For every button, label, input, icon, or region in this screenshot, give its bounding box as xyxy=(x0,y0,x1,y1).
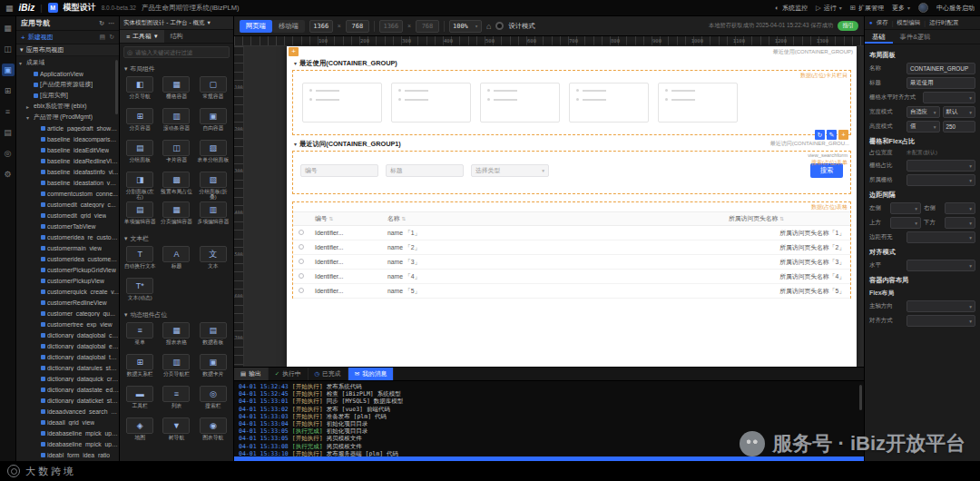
extensions-button[interactable]: ⊞扩展管理 xyxy=(850,4,884,13)
column-header[interactable]: 所属访问页头名称 ⇅ xyxy=(723,212,850,226)
toolbox-item[interactable]: ▧ 分组面板(折叠) xyxy=(196,171,230,201)
tree-item[interactable]: customerPickupView xyxy=(16,275,119,286)
group1-container[interactable]: 数据(占位)卡片栏目 xyxy=(292,70,851,135)
toolbox-item[interactable]: ▥ 多项编辑容器 xyxy=(196,201,230,231)
placeholder-card[interactable] xyxy=(569,83,649,123)
grid-container[interactable]: 数据(占位)表格 编号 ⇅ 名称 ⇅ 所属访问页头名称 ⇅ xyxy=(292,201,851,299)
toolbox-item[interactable]: ▦ 栅格容器 xyxy=(159,75,193,105)
design-mode-toggle[interactable] xyxy=(495,22,504,30)
workflow-icon[interactable]: ≡ xyxy=(2,105,15,118)
guide-badge[interactable]: 指引 xyxy=(838,21,858,31)
toolbox-item[interactable]: ▦ 分页编辑容器 xyxy=(159,201,193,231)
border-select[interactable]: ▾ xyxy=(906,231,975,243)
tree-item[interactable]: [产品使用资源链接] xyxy=(16,79,119,90)
chart-icon[interactable]: ▤ xyxy=(2,126,15,139)
tree-item[interactable]: customeridea_customer_p... xyxy=(16,253,119,264)
toolbox-item[interactable]: ▥ 滚动条容器 xyxy=(159,107,193,137)
tree-item[interactable]: customermain_view xyxy=(16,242,119,253)
toolbox-item[interactable]: ▨ 表单分组面板 xyxy=(196,139,230,169)
tree-item[interactable]: dictionary_dataglobal_edi... xyxy=(16,340,119,351)
height-value-input[interactable]: 250 xyxy=(943,121,976,133)
sort-icon[interactable]: ⇅ xyxy=(328,216,333,221)
list-icon[interactable]: ▤ xyxy=(100,34,106,41)
margin-right-select[interactable]: ▾ xyxy=(945,202,975,214)
margin-top-select[interactable]: ▾ xyxy=(890,217,921,229)
canvas[interactable]: 1002003004005006007008009001000110012001… xyxy=(234,36,864,367)
tree-item[interactable]: baseline_ideaEditView xyxy=(16,144,119,155)
column-header[interactable]: 名称 ⇅ xyxy=(382,212,482,226)
tree-item[interactable]: ideaall_grid_view xyxy=(16,417,119,427)
zoom-select[interactable]: 100%▾ xyxy=(449,20,482,33)
tree-item[interactable]: customedit_category_c... xyxy=(16,199,119,210)
toolbox-item[interactable]: ◫ 卡片容器 xyxy=(159,139,193,169)
tree-item[interactable]: customedit_grid_view xyxy=(16,210,119,221)
group2-header[interactable]: ▾ 最近访问(CONTAINER_GROUP1) 最近访问(CONTAINER_… xyxy=(287,138,857,150)
toolbox-item[interactable]: ◧ 分页导航 xyxy=(122,75,157,105)
add-tab-button[interactable]: + xyxy=(289,47,299,56)
entity-icon[interactable]: ◫ xyxy=(2,43,15,55)
radio-button[interactable] xyxy=(299,273,304,279)
margin-left-select[interactable]: ▾ xyxy=(890,202,921,214)
tree-item[interactable]: dictionary_dataglobal_tab... xyxy=(16,351,119,362)
toolbox-item[interactable]: ≡ 菜单 xyxy=(122,321,157,351)
artboard[interactable]: + 最近使用(CONTAINER_GROUP) ▾ 最近使用(CONTAINER… xyxy=(287,46,857,367)
tree-item[interactable]: ▾ 成果域 xyxy=(16,57,119,68)
toolbox-item[interactable]: T* 文本(动态) xyxy=(122,277,157,307)
edit-action-icon[interactable]: ✎ xyxy=(827,130,837,140)
refresh-action-icon[interactable]: ↻ xyxy=(815,130,825,140)
placeholder-card[interactable] xyxy=(302,83,382,123)
tree-item[interactable]: ▾ 产品管理 (ProdMgmt) xyxy=(16,112,119,123)
tree-item[interactable]: baseline_ideafastinfo_vi... xyxy=(16,166,119,177)
tree-item[interactable]: ideaadvanced_search_gri... xyxy=(16,406,119,417)
system-monitor-button[interactable]: ◐系统监控 xyxy=(775,4,808,13)
toolbox-item[interactable]: ◨ 分割面板(左右) xyxy=(122,171,157,201)
toolbox-item[interactable]: A 标题 xyxy=(159,245,193,275)
canvas-height-input[interactable]: 768 xyxy=(346,20,369,33)
toolbox-item[interactable]: 文 文本 xyxy=(196,245,230,275)
scrollbar[interactable] xyxy=(115,60,118,114)
tree-item[interactable]: ▸ ebix系统管理 (ebix) xyxy=(16,101,119,112)
toolbox-item[interactable]: ◎ 搜索栏 xyxy=(196,385,230,415)
flex-align-select[interactable]: ▾ xyxy=(906,315,975,327)
toolbox-item[interactable]: ▥ 分页导航栏 xyxy=(159,353,193,383)
settings-icon[interactable]: ⚙ xyxy=(2,168,15,181)
searchform-container[interactable]: view_searchform 搜索(占位)表单 编号 ▾ xyxy=(292,151,851,194)
name-input[interactable]: CONTAINER_GROUP xyxy=(906,63,975,74)
more-icon[interactable]: ⋯ xyxy=(108,20,114,27)
toolbox-item[interactable]: T 自动换行文本 xyxy=(122,245,157,275)
group1-header[interactable]: ▾ 最近使用(CONTAINER_GROUP) xyxy=(287,57,857,69)
refresh-icon[interactable]: ↻ xyxy=(109,34,114,41)
tree-item[interactable]: customerquick_create_v... xyxy=(16,286,119,297)
height-mode-select[interactable]: 值▾ xyxy=(906,121,940,133)
tree-item[interactable]: ideabaseline_mpick_up_vi... xyxy=(16,438,119,449)
console-tab-messages[interactable]: ✉我的消息 xyxy=(348,368,395,380)
grid-align-select[interactable]: ▾ xyxy=(923,92,975,103)
console-tab-running[interactable]: ✓执行中 xyxy=(269,368,309,380)
more-button[interactable]: 更多▾ xyxy=(892,4,910,13)
radio-button[interactable] xyxy=(299,288,304,293)
tree-item[interactable]: [应用实例] xyxy=(16,90,119,101)
toolbox-item[interactable]: ▤ 数据看板 xyxy=(196,321,230,351)
margin-bottom-select[interactable]: ▾ xyxy=(945,217,975,229)
tree-root[interactable]: ▾ 应用布局视图 xyxy=(16,44,119,56)
table-row[interactable]: Identifier... name 「5」 所属访问页头名称「5」 xyxy=(293,284,850,299)
app-menu-icon[interactable]: ▦ xyxy=(5,4,14,13)
add-action-icon[interactable]: + xyxy=(838,130,848,140)
form-field[interactable]: 编号 ▾ xyxy=(300,164,378,177)
owner-grid-select[interactable]: ▾ xyxy=(906,174,975,186)
avatar[interactable] xyxy=(918,3,928,13)
toolbox-item[interactable]: ◉ 图表导航 xyxy=(196,417,230,447)
placeholder-card[interactable] xyxy=(391,83,471,123)
toolbox-item[interactable]: ▼ 树导航 xyxy=(159,417,193,447)
app-icon[interactable]: ▦ xyxy=(2,22,15,34)
tab-basic[interactable]: 基础 xyxy=(865,30,893,44)
table-row[interactable]: Identifier... name 「3」 所属访问页头名称「3」 xyxy=(293,255,850,270)
tree-item[interactable]: dictionary_datastate_edit... xyxy=(16,384,119,395)
tree-item[interactable]: ideachange_state_view xyxy=(16,460,119,461)
toolbox-item[interactable]: ▣ 自由容器 xyxy=(196,107,230,137)
console-tab-done[interactable]: ◷已完成 xyxy=(309,368,348,380)
radio-button[interactable] xyxy=(299,259,304,264)
new-view-button[interactable]: 新建视图 xyxy=(28,33,54,42)
tree-item[interactable]: customerTabView xyxy=(16,221,119,231)
radio-button[interactable] xyxy=(299,230,304,235)
